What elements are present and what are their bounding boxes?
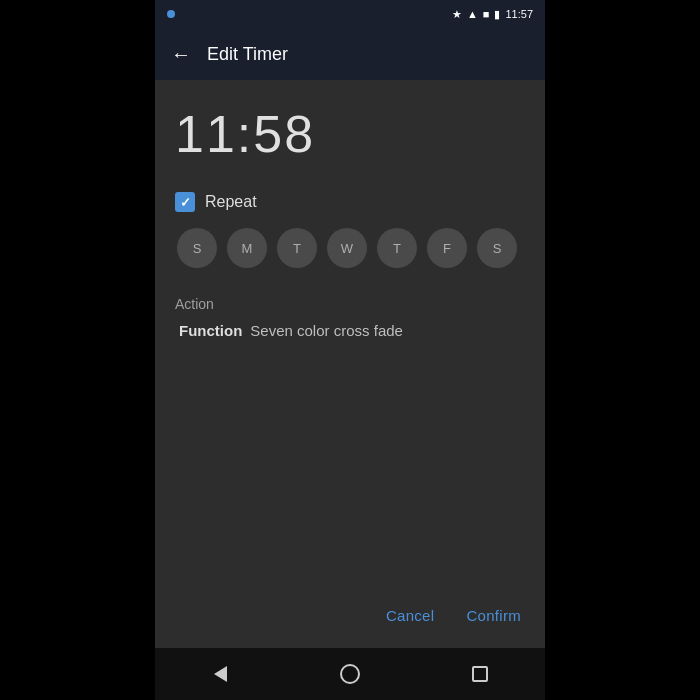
nav-recent-button[interactable] [460,654,500,694]
timer-time: 11:58 [175,105,315,163]
day-thursday[interactable]: T [377,228,417,268]
nav-home-button[interactable] [330,654,370,694]
nav-bar [155,648,545,700]
day-monday[interactable]: M [227,228,267,268]
button-row: Cancel Confirm [175,599,525,632]
recent-square-icon [472,666,488,682]
repeat-label: Repeat [205,193,257,211]
day-wednesday[interactable]: W [327,228,367,268]
toolbar: ← Edit Timer [155,28,545,80]
nav-back-button[interactable] [200,654,240,694]
cancel-button[interactable]: Cancel [382,599,439,632]
status-time: 11:57 [505,8,533,20]
repeat-checkbox[interactable] [175,192,195,212]
day-sunday[interactable]: S [177,228,217,268]
bluetooth-icon: ★ [452,8,462,21]
page-title: Edit Timer [207,44,288,65]
action-section: Action Function Seven color cross fade [175,296,525,339]
back-button[interactable]: ← [171,44,191,64]
action-label: Action [175,296,525,312]
function-label: Function [179,322,242,339]
phone-container: ★ ▲ ■ ▮ 11:57 ← Edit Timer 11:58 Repeat … [155,0,545,700]
home-circle-icon [340,664,360,684]
status-bar: ★ ▲ ■ ▮ 11:57 [155,0,545,28]
content-spacer [175,363,525,587]
battery-icon: ▮ [494,8,500,21]
back-triangle-icon [214,666,227,682]
status-bar-left [167,10,175,18]
status-bar-right: ★ ▲ ■ ▮ 11:57 [452,8,533,21]
day-saturday[interactable]: S [477,228,517,268]
day-tuesday[interactable]: T [277,228,317,268]
time-display[interactable]: 11:58 [175,104,525,164]
action-row[interactable]: Function Seven color cross fade [175,322,525,339]
wifi-icon: ▲ [467,8,478,20]
function-value: Seven color cross fade [250,322,403,339]
signal-icon: ■ [483,8,490,20]
notification-dot [167,10,175,18]
days-row: S M T W T F S [175,228,525,268]
main-content: 11:58 Repeat S M T W T F S Action Functi… [155,80,545,648]
day-friday[interactable]: F [427,228,467,268]
confirm-button[interactable]: Confirm [462,599,525,632]
repeat-row: Repeat [175,192,525,212]
